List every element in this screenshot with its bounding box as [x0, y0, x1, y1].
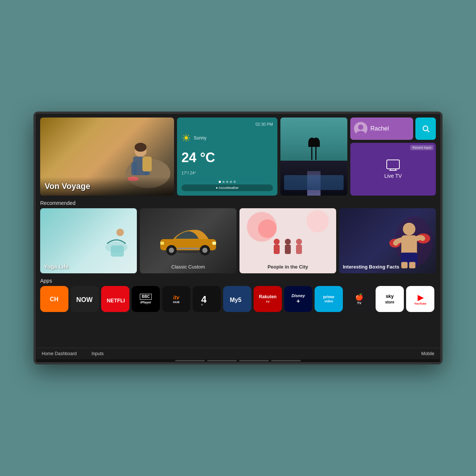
boxing-label: Interesting Boxing Facts [343, 264, 432, 270]
apps-section: Apps CH NOW [40, 277, 436, 312]
accuweather-button[interactable]: ● AccuWeather [181, 184, 273, 191]
app-my5[interactable]: My5 [223, 286, 251, 312]
svg-rect-3 [131, 162, 137, 175]
classic-label: Classic Custom [144, 264, 233, 270]
svg-text:My5: My5 [230, 297, 241, 303]
svg-text:≡: ≡ [201, 303, 203, 306]
avatar-image [354, 122, 367, 135]
svg-line-12 [427, 131, 429, 132]
water-reflection [284, 175, 344, 190]
app-apple-tv[interactable]: 🍎 TV [345, 286, 373, 312]
app-ch[interactable]: CH [40, 286, 68, 312]
rec-tile-yoga[interactable]: Yoga Life [40, 208, 137, 273]
weather-dot-3 [226, 181, 228, 183]
yoga-illustration [100, 225, 133, 266]
svg-point-29 [274, 239, 280, 245]
svg-point-9 [358, 125, 363, 130]
apps-label: Apps [40, 278, 436, 284]
svg-point-25 [202, 248, 208, 253]
weather-sun-icon: ☀ [181, 132, 191, 144]
search-icon [422, 125, 430, 133]
recommended-section: Recommended Yoga Life [40, 199, 436, 273]
weather-dot-5 [234, 181, 236, 183]
weather-time: 02:30 PM [255, 122, 273, 126]
bottom-strip [36, 359, 440, 362]
svg-rect-28 [177, 248, 199, 249]
rec-tile-boxing[interactable]: Interesting Boxing Facts [339, 208, 436, 273]
main-content: Von Voyage 02:30 PM ☀ Sunny 2 [36, 114, 440, 348]
app-youtube[interactable]: ▶ YouTube [406, 286, 434, 312]
live-tv-tile[interactable]: Recent Input Live TV [350, 143, 436, 196]
app-rakuten[interactable]: Rakuten TV [254, 286, 282, 312]
weather-condition: Sunny [194, 135, 206, 141]
app-bbc-iplayer[interactable]: BBC iPlayer [132, 286, 160, 312]
circle-light-pink [306, 210, 329, 232]
svg-point-6 [135, 143, 147, 152]
user-tile[interactable]: Rachel [350, 118, 413, 140]
svg-point-11 [423, 126, 428, 131]
tree-1 [311, 145, 312, 160]
tv-frame: Von Voyage 02:30 PM ☀ Sunny 2 [33, 112, 443, 364]
boxing-illustration [373, 208, 436, 273]
netflix-icon: NETFLIX [106, 293, 125, 306]
svg-rect-30 [274, 245, 280, 254]
app-channel4[interactable]: 4 ≡ [193, 286, 221, 312]
recommended-row: Yoga Life [40, 208, 436, 273]
app-sky-store[interactable]: sky store [376, 286, 404, 312]
strip-button-1[interactable] [175, 360, 205, 361]
app-prime-video[interactable]: prime video [315, 286, 343, 312]
app-now[interactable]: NOW [71, 286, 99, 312]
youtube-label: YouTube [414, 302, 426, 305]
my5-icon: My5 [229, 295, 246, 304]
svg-text:NOW: NOW [76, 296, 93, 303]
yoga-label: Yoga Life [44, 263, 68, 270]
svg-rect-27 [160, 242, 164, 245]
weather-tile[interactable]: 02:30 PM ☀ Sunny 24 °C 17°/ 24° [177, 118, 277, 196]
rec-tile-people[interactable]: People in the City [239, 208, 336, 273]
tv-icon [386, 160, 400, 171]
hero-title: Von Voyage [45, 181, 170, 191]
nav-home-dashboard[interactable]: Home Dashboard [42, 351, 77, 356]
svg-point-31 [285, 239, 291, 245]
strip-button-3[interactable] [239, 360, 269, 361]
app-itv-hub[interactable]: itv HUB [162, 286, 190, 312]
right-panel: Rachel Recent Input [350, 118, 436, 196]
apps-row: CH NOW NETFLIX [40, 286, 436, 312]
avatar [354, 122, 367, 135]
recent-input-badge: Recent Input [410, 145, 434, 150]
app-netflix[interactable]: NETFLIX [101, 286, 129, 312]
weather-dot-2 [222, 181, 225, 183]
tv-screen: Von Voyage 02:30 PM ☀ Sunny 2 [36, 114, 440, 362]
recommended-label: Recommended [40, 200, 436, 206]
nav-mobile[interactable]: Mobile [421, 351, 434, 356]
strip-button-2[interactable] [207, 360, 237, 361]
svg-rect-32 [285, 245, 291, 254]
landscape-trees [311, 145, 316, 160]
bottom-nav: Home Dashboard Inputs Mobile [36, 348, 440, 359]
tree-2 [315, 145, 316, 160]
svg-point-17 [116, 229, 124, 236]
nav-inputs[interactable]: Inputs [91, 351, 104, 356]
landscape-tile: 📍 Seoul [280, 118, 347, 196]
svg-rect-5 [142, 157, 152, 171]
live-tv-label: Live TV [384, 173, 402, 179]
svg-rect-19 [111, 245, 124, 257]
svg-point-23 [169, 248, 174, 253]
svg-rect-13 [387, 160, 399, 169]
search-tile[interactable] [415, 118, 436, 140]
user-row: Rachel [350, 118, 436, 140]
svg-rect-26 [212, 242, 216, 245]
weather-temperature: 24 °C [181, 150, 273, 165]
rec-tile-classic[interactable]: Classic Custom [140, 208, 237, 273]
people-label: People in the City [243, 264, 332, 270]
now-icon: NOW [75, 295, 94, 304]
svg-text:CH: CH [50, 296, 58, 302]
hero-tile[interactable]: Von Voyage [40, 118, 174, 196]
circle-pink-medium [258, 219, 277, 238]
strip-button-4[interactable] [271, 360, 301, 361]
app-disney-plus[interactable]: Disney + [284, 286, 312, 312]
user-name: Rachel [370, 125, 389, 132]
weather-range: 17°/ 24° [181, 171, 273, 175]
svg-text:NETFLIX: NETFLIX [107, 298, 125, 303]
people-silhouettes [266, 236, 310, 262]
